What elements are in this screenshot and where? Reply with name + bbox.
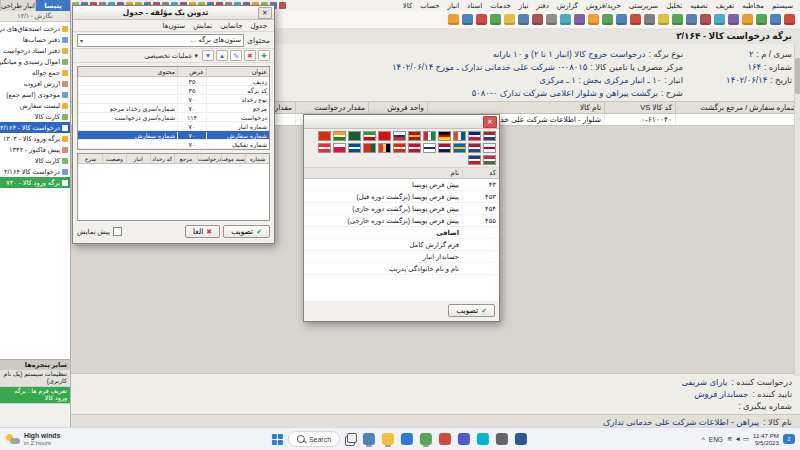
sidebar-footer-item[interactable]: تنظیمات سیستم (یک نام کاربری) — [0, 370, 70, 387]
operations-dropdown[interactable]: ▾ عملیات تخصیصی — [144, 52, 198, 60]
field-value[interactable]: حسابدار فروش — [694, 389, 748, 399]
flag-icon[interactable] — [483, 155, 496, 165]
toolbar-icon[interactable] — [588, 14, 599, 25]
column-header[interactable]: مقدار درخواست — [295, 102, 368, 113]
menu-item[interactable]: گزارش — [553, 2, 582, 10]
toolbar-icon[interactable] — [644, 14, 655, 25]
grid-row[interactable]: نوع رخداد ۷۰ — [78, 95, 269, 104]
toolbar-icon[interactable] — [756, 14, 767, 25]
taskbar-app-icon[interactable] — [438, 431, 452, 447]
field-value[interactable]: ۱۴۰۲/۰۶/۱۴ — [726, 75, 767, 85]
sidebar-tab[interactable]: انبار طراحی — [0, 0, 35, 11]
grid-row[interactable]: ردیف ۳۵ — [78, 77, 269, 86]
move-up-icon[interactable]: ▲ — [216, 50, 228, 61]
toolbar-icon[interactable] — [784, 14, 795, 25]
flag-icon[interactable] — [378, 131, 391, 141]
list-item[interactable]: حسابدار انبار — [304, 251, 499, 263]
list-item[interactable]: ۴۵۳ پیش فرض پویسا (برگشت دوره قبل) — [304, 191, 499, 203]
tree-item[interactable]: جمع حواله — [0, 67, 70, 78]
tree-item[interactable]: درخواست کالا - ۲/۱۶۴ — [0, 122, 70, 133]
menu-item[interactable]: تحلیل — [662, 2, 686, 10]
approve-button[interactable]: ✔ تصویب — [223, 225, 270, 238]
menu-item[interactable]: سیستم — [768, 2, 797, 10]
grid-column-header[interactable]: عنوان — [206, 67, 269, 76]
field-value[interactable]: یارای شریفی — [681, 377, 727, 387]
taskbar-search[interactable]: Search — [288, 431, 340, 447]
menu-item[interactable]: خرید/فروش — [582, 2, 625, 10]
toolbar-icon[interactable] — [476, 14, 487, 25]
flag-icon[interactable] — [423, 131, 436, 141]
flag-icon[interactable] — [348, 143, 361, 153]
tree-item[interactable]: کارت کالا — [0, 111, 70, 122]
flag-icon[interactable] — [318, 143, 331, 153]
list-item[interactable]: ۴۵۵ پیش فرض پویسا (برگشت دوره خارجی) — [304, 215, 499, 227]
column-header[interactable]: شماره سفارش / مرجع برگشت — [675, 102, 800, 113]
field-value[interactable]: ۰-۰۸۰۱۵ شرکت علی خدماتی تدارک ـ مورخ ۱۴۰… — [392, 62, 587, 72]
delete-icon[interactable]: ✖ — [244, 50, 256, 61]
toolbar-icon[interactable] — [448, 14, 459, 25]
toolbar-icon[interactable] — [532, 14, 543, 25]
flag-icon[interactable] — [423, 143, 436, 153]
toolbar-icon[interactable] — [279, 2, 286, 9]
flag-icon[interactable] — [468, 155, 481, 165]
flag-icon[interactable] — [393, 131, 406, 141]
close-icon[interactable]: ✕ — [258, 7, 272, 19]
task-view-button[interactable] — [345, 433, 357, 445]
field-value[interactable]: ۱۰ ـ انبار مرکزی بخش : ۱ ـ مرکزی — [539, 75, 661, 85]
language-indicator[interactable]: ENG — [709, 436, 723, 443]
taskbar-app-icon[interactable] — [476, 431, 490, 447]
menu-item[interactable]: تصفیه — [686, 2, 711, 10]
menu-item[interactable]: کالا — [399, 2, 416, 10]
grid-row[interactable]: مرجع ۷۰ شماره/سری رخداد مرجع — [78, 104, 269, 113]
toolbar-icon[interactable] — [616, 14, 627, 25]
menu-item[interactable]: خدمات — [486, 2, 514, 10]
tree-item[interactable]: پیش فاکتور - ۱۳۴۲ — [0, 144, 70, 155]
field-value[interactable]: برگشت پیراهن و شلوار اعلامی شرکت تدارک ۰… — [472, 88, 658, 98]
dialog-menu-item[interactable]: ستون‌ها — [159, 22, 190, 30]
dialog-menu-item[interactable]: جدول — [247, 22, 271, 30]
tree-item[interactable]: درخت استحقاق‌های درخواست — [0, 23, 70, 34]
menu-item[interactable]: دفتر — [532, 2, 552, 10]
edit-icon[interactable]: ✎ — [230, 50, 242, 61]
move-down-icon[interactable]: ▼ — [202, 50, 214, 61]
tree-item[interactable]: اموال رسیدی و میانگین — [0, 56, 70, 67]
menu-item[interactable]: انبار — [444, 2, 464, 10]
flag-icon[interactable] — [333, 131, 346, 141]
flag-icon[interactable] — [363, 131, 376, 141]
notification-badge[interactable]: 2 — [783, 434, 795, 444]
flag-icon[interactable] — [438, 131, 451, 141]
grid-column-header[interactable]: مرجع — [174, 154, 198, 163]
grid-column-header[interactable]: انبار — [126, 154, 150, 163]
taskbar-app-icon[interactable] — [457, 431, 471, 447]
flag-icon[interactable] — [363, 143, 376, 153]
list-item[interactable]: ۴۵۴ پیش فرض پویسا (برگشت دوره جاری) — [304, 203, 499, 215]
grid-row[interactable]: شماره انبار ۷۰ — [78, 122, 269, 131]
preview-toggle[interactable]: پیش نمایش — [77, 227, 122, 236]
list-item[interactable]: نام و نام خانوادگی پدربپ — [304, 263, 499, 275]
flag-icon[interactable] — [318, 131, 331, 141]
column-header[interactable]: نام کالا — [427, 102, 604, 113]
toolbar-icon[interactable] — [518, 14, 529, 25]
grid-row[interactable]: درخواست ۱۱۴ شماره/سری درخواست — [78, 113, 269, 122]
taskbar-app-icon[interactable] — [381, 431, 395, 447]
flag-icon[interactable] — [333, 143, 346, 153]
start-button[interactable] — [272, 434, 283, 445]
dialog-menu-item[interactable]: جانمایی — [216, 22, 246, 30]
menu-item[interactable]: نیاز — [515, 2, 533, 10]
flag-icon[interactable] — [468, 131, 481, 141]
toolbar-icon[interactable] — [700, 14, 711, 25]
tree-item[interactable]: کارت کالا — [0, 155, 70, 166]
grid-row[interactable]: کد برگه ۳۵ — [78, 86, 269, 95]
flag-icon[interactable] — [453, 143, 466, 153]
menu-item[interactable]: مخاطبه — [738, 2, 768, 10]
menu-item[interactable]: حساب — [416, 2, 443, 10]
taskbar-app-icon[interactable] — [419, 431, 433, 447]
sidebar-tab[interactable]: پتیسا — [35, 0, 70, 11]
taskbar-app-icon[interactable] — [400, 431, 414, 447]
sidebar-footer-item[interactable]: تعریف فرم ها : برگه ورود کالا — [0, 387, 70, 404]
flag-icon[interactable] — [483, 131, 496, 141]
toolbar-icon[interactable] — [714, 14, 725, 25]
add-icon[interactable]: ✚ — [258, 50, 270, 61]
other-windows-header[interactable]: سایر پنجره‌ها — [0, 359, 70, 370]
flag-icon[interactable] — [393, 143, 406, 153]
